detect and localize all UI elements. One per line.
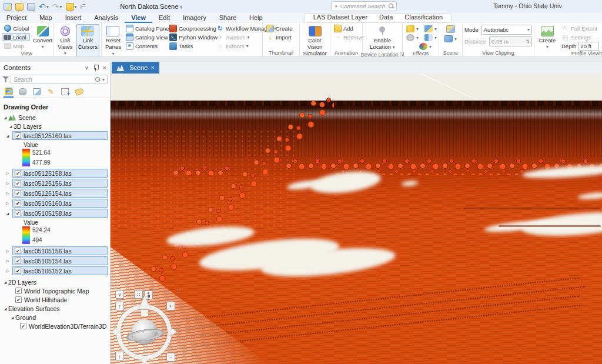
geoprocessing-button[interactable]: Geoprocessing [168,24,213,32]
tab-project[interactable]: Project [0,14,33,23]
tab-snapping[interactable] [60,88,70,98]
navigator-collapse-button[interactable]: ∨ [115,290,124,299]
local-button[interactable]: Local [2,33,30,41]
tab-analysis[interactable]: Analysis [88,14,125,23]
add-data-button[interactable]: ▾ [66,2,77,11]
clipping-distance-input[interactable]: 0.05 m⇅ [489,36,532,46]
expander-icon[interactable]: ▷ [5,249,11,253]
scene-3d-viewport[interactable]: ∨ ∷ ↑ + ↓ − [111,74,602,364]
expander-icon[interactable]: ◢ [9,315,15,319]
expander-icon[interactable]: ▷ [5,171,11,176]
expander-icon[interactable]: ▷ [5,181,11,186]
layer-checkbox[interactable]: ✔ [20,323,26,329]
tree-item-world-hillshade[interactable]: ✔World Hillshade [0,295,110,304]
expander-icon[interactable]: ◢ [2,115,8,119]
tree-item-3d-layers[interactable]: ◢3D Layers [0,122,110,131]
tab-map[interactable]: Map [33,14,58,23]
open-project-button[interactable] [15,2,24,11]
close-panel-icon[interactable]: × [103,64,106,71]
expander-icon[interactable]: ◢ [8,124,14,128]
tab-data[interactable]: Data [373,13,399,22]
layer-checkbox[interactable]: ✔ [15,210,21,216]
tab-share[interactable]: Share [213,14,243,23]
map-button[interactable]: Map [2,42,30,50]
expander-icon[interactable]: ▷ [5,191,11,196]
tab-drawing-order[interactable] [4,88,14,98]
save-project-button[interactable] [27,2,35,11]
undo-button[interactable]: ↶▾ [39,2,49,11]
animation-add-button[interactable]: Add [332,24,366,32]
signed-in-user[interactable]: Tammy - Ohio State Univ [493,2,602,9]
scene-cube-button[interactable]: ▾ [443,35,459,43]
tree-item-las-1[interactable]: ▷✔lasc05125158.las [0,168,110,178]
reset-panes-button[interactable]: ResetPanes ▾ [103,24,123,57]
tree-item-las-6[interactable]: ▷✔lasc05105156.las [0,246,110,256]
expander-icon[interactable]: ◢ [5,211,11,215]
expander-icon[interactable]: ▷ [5,259,11,263]
tree-item-world-topographic[interactable]: ✔World Topographic Map [0,286,110,295]
layer-checkbox[interactable]: ✔ [15,248,21,254]
new-project-button[interactable] [4,2,12,11]
tab-editing[interactable]: ✎ [46,88,56,98]
scene-properties-button[interactable] [444,25,457,33]
catalog-view-button[interactable]: Catalog View [124,33,166,41]
zoom-out-button[interactable]: − [166,353,175,362]
tree-item-las-2[interactable]: ▷✔lasc05125156.las [0,178,110,188]
catalog-pane-button[interactable]: Catalog Pane [124,24,166,32]
navigator-up-button[interactable]: ↑ [115,302,124,310]
thumbnail-create-button[interactable]: Create [265,24,295,32]
tab-help[interactable]: Help [243,14,269,23]
auto-hide-pin-icon[interactable] [93,65,98,71]
tab-classification[interactable]: Classification [399,13,449,22]
profile-depth-field[interactable]: Depth20 ft [560,42,601,50]
link-cursors-button[interactable]: Link Cursors [76,24,99,57]
layer-checkbox[interactable]: ✔ [15,190,21,196]
layer-checkbox[interactable]: ✔ [15,288,22,294]
expander-icon[interactable]: ◢ [5,133,11,138]
contents-search-input[interactable]: Search ▾ [11,75,108,84]
expander-icon[interactable]: ▷ [5,269,11,273]
expander-icon[interactable]: ▷ [5,201,11,206]
link-views-button[interactable]: Link Views▾ [55,24,75,57]
tasks-button[interactable]: Tasks [168,42,213,50]
tree-item-elevation-surfaces[interactable]: ◢Elevation Surfaces [0,304,110,313]
profile-settings-button[interactable]: ▤Settings [560,33,601,41]
expander-icon[interactable]: ◢ [2,280,8,284]
tree-item-scene[interactable]: ◢Scene [0,113,110,122]
layer-checkbox[interactable]: ✔ [15,170,21,176]
panel-menu-chevron-icon[interactable]: ∨ [85,65,89,71]
customize-qat-button[interactable]: ⊢̅ [81,2,85,11]
python-window-button[interactable]: Python Window [168,33,213,41]
redo-button[interactable]: ↷▾ [52,2,62,11]
expander-icon[interactable]: ◢ [2,306,8,310]
tree-item-ground[interactable]: ◢Ground [0,313,110,322]
effect-flicker-button[interactable]: ▾ [417,42,433,51]
effect-exposure-button[interactable]: ▾ [404,25,420,33]
project-title[interactable]: North Dakota Scene▾ [120,3,182,10]
layer-checkbox[interactable]: ✔ [15,268,21,274]
close-icon[interactable]: × [150,64,154,71]
tab-view[interactable]: View [125,14,152,23]
north-arrow-icon[interactable] [139,296,150,309]
navigator-down-button[interactable]: ↓ [115,352,124,360]
tab-imagery[interactable]: Imagery [176,14,213,23]
layer-checkbox[interactable]: ✔ [15,180,21,186]
depth-value-input[interactable]: 20 ft [578,42,599,51]
tab-edit[interactable]: Edit [152,14,176,23]
animation-remove-button[interactable]: ×Remove [332,33,366,41]
profile-create-button[interactable]: Create▾ [536,24,558,51]
workflow-manager-button[interactable]: ↻Workflow Manager▾ [215,24,265,32]
clipping-mode-dropdown[interactable]: Automatic▾ [481,25,532,35]
layer-checkbox[interactable]: ✔ [15,296,22,303]
tab-selection[interactable] [32,88,42,98]
color-vision-simulator-button[interactable]: Color VisionSimulator ▾ [301,24,328,57]
profile-full-extent-button[interactable]: ⇱Full Extent [560,24,601,32]
layer-checkbox[interactable]: ✔ [15,258,21,264]
tree-item-las-0[interactable]: ◢✔lasc05125160.las [0,131,110,141]
filter-funnel-icon[interactable] [2,76,9,82]
zoom-in-button[interactable]: + [166,302,175,310]
tree-item-las-3[interactable]: ▷✔lasc05125154.las [0,188,110,198]
aviation-button[interactable]: Aviation▾ [215,33,265,41]
tree-item-las-8[interactable]: ▷✔lasc05105152.las [0,266,110,276]
tree-item-las-5[interactable]: ◢✔lasc05105158.las [0,208,110,218]
